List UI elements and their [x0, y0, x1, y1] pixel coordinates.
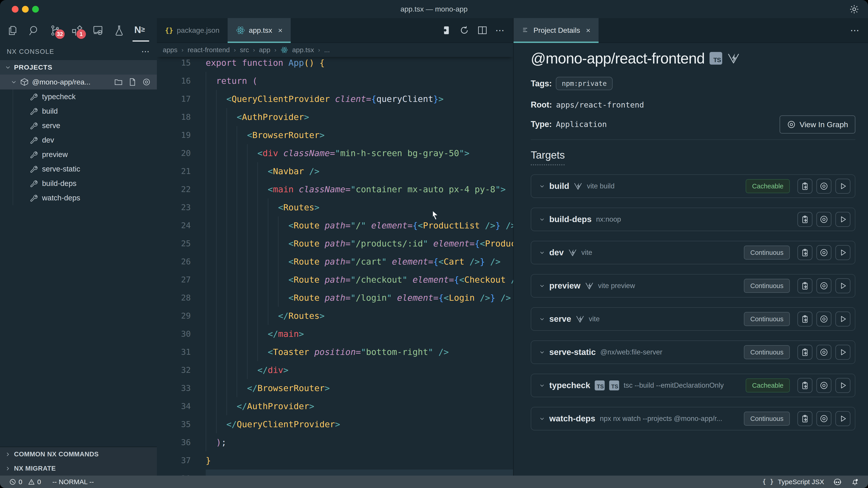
target-card-serve-static[interactable]: serve-static @nx/web:file-server Continu… [531, 340, 855, 364]
close-icon[interactable]: × [586, 26, 590, 35]
chevron-down-icon[interactable] [539, 217, 545, 222]
target-name: serve-static [549, 348, 596, 357]
view-in-graph-button[interactable] [816, 245, 831, 260]
problems-indicator[interactable]: 0 0 [9, 478, 41, 486]
language-mode[interactable]: { } TypeScript JSX [762, 478, 824, 486]
view-in-graph-button[interactable] [816, 179, 831, 194]
sidebar-item-watch-deps[interactable]: watch-deps [0, 191, 157, 205]
explorer-icon[interactable] [7, 24, 19, 37]
copy-button[interactable] [798, 345, 812, 360]
more-actions-icon[interactable]: ⋯ [850, 25, 860, 35]
target-card-typecheck[interactable]: typecheck TS TS tsc --build --emitDeclar… [531, 374, 855, 397]
run-target-button[interactable] [835, 245, 850, 260]
sidebar-item-typecheck[interactable]: typecheck [0, 90, 157, 104]
run-target-button[interactable] [835, 312, 850, 326]
tab-project-details[interactable]: Project Details × [514, 18, 598, 42]
target-card-build[interactable]: build vite build Cacheable [531, 174, 855, 198]
nx-console-icon[interactable]: N≥ [134, 24, 145, 37]
gear-icon[interactable] [849, 4, 860, 14]
sidebar-item-serve[interactable]: serve [0, 119, 157, 133]
vim-mode-indicator[interactable]: -- NORMAL -- [52, 478, 94, 486]
bell-icon[interactable] [851, 478, 859, 486]
remote-explorer-icon[interactable] [92, 24, 104, 37]
run-target-button[interactable] [835, 179, 850, 194]
testing-icon[interactable] [113, 24, 125, 37]
view-in-graph-button[interactable] [816, 212, 831, 227]
view-in-graph-button[interactable] [816, 278, 831, 293]
split-editor-icon[interactable] [477, 25, 488, 35]
line-number: 36 [157, 433, 191, 451]
run-in-side-panel-icon[interactable] [441, 25, 452, 35]
view-in-graph-button[interactable] [816, 345, 831, 360]
target-card-build-deps[interactable]: build-deps nx:noop [531, 207, 855, 231]
copy-button[interactable] [798, 245, 812, 260]
line-number: 19 [157, 126, 191, 144]
errors-icon [9, 478, 16, 486]
chevron-down-icon[interactable] [539, 250, 545, 255]
run-icon [838, 182, 847, 191]
section-nx-migrate[interactable]: NX MIGRATE [0, 461, 157, 476]
chevron-down-icon[interactable] [539, 416, 545, 421]
copy-button[interactable] [798, 278, 812, 293]
extensions-icon[interactable]: 1 [70, 24, 83, 37]
project-row[interactable]: @mono-app/rea... [0, 74, 157, 90]
code-line: 16return ( [157, 72, 513, 90]
chevron-down-icon[interactable] [539, 316, 545, 322]
view-in-graph-button[interactable] [816, 411, 831, 426]
copy-button[interactable] [798, 212, 812, 227]
copy-button[interactable] [798, 378, 812, 393]
close-icon[interactable]: × [278, 26, 283, 35]
refresh-icon[interactable] [459, 25, 469, 35]
project-title: @mono-app/react-frontend [531, 50, 705, 67]
code-line: 20<div className="min-h-screen bg-gray-5… [157, 144, 513, 162]
copilot-icon[interactable] [833, 478, 842, 486]
tab-package-json[interactable]: {} package.json [157, 18, 228, 42]
run-target-button[interactable] [835, 378, 850, 393]
open-file-icon[interactable] [128, 77, 137, 87]
chevron-down-icon[interactable] [539, 383, 545, 388]
view-in-graph-button[interactable] [816, 378, 831, 393]
editor[interactable]: apps› react-frontend› src› app› app.tsx›… [157, 43, 513, 476]
view-in-graph-button[interactable] [816, 312, 831, 326]
section-common-nx-commands[interactable]: COMMON NX COMMANDS [0, 447, 157, 461]
target-card-dev[interactable]: dev vite Continuous [531, 241, 855, 264]
sidebar-item-build[interactable]: build [0, 104, 157, 119]
targets-list: build vite build Cacheable [531, 174, 855, 430]
target-card-serve[interactable]: serve vite Continuous [531, 307, 855, 331]
tab-app-tsx[interactable]: app.tsx × [228, 18, 291, 42]
chevron-down-icon [11, 79, 17, 85]
sidebar-item-build-deps[interactable]: build-deps [0, 176, 157, 191]
sidebar-bottom-sections: COMMON NX COMMANDS NX MIGRATE [0, 447, 157, 476]
targets-heading: Targets [531, 149, 565, 161]
target-icon[interactable] [142, 77, 151, 87]
more-actions-icon[interactable]: ⋯ [141, 47, 150, 56]
target-card-preview[interactable]: preview vite preview Continuous [531, 274, 855, 297]
more-actions-icon[interactable]: ⋯ [495, 25, 505, 35]
breadcrumb[interactable]: apps› react-frontend› src› app› app.tsx›… [157, 43, 513, 57]
code-lines[interactable]: 15export function App() {16return (17<Qu… [157, 54, 513, 476]
code-line: 28<Route path="/login" element={<Login /… [157, 289, 513, 307]
view-in-graph-button[interactable]: View In Graph [780, 116, 855, 133]
copy-button[interactable] [798, 312, 812, 326]
source-control-icon[interactable]: 32 [49, 24, 61, 37]
run-target-button[interactable] [835, 278, 850, 293]
sidebar-item-preview[interactable]: preview [0, 147, 157, 162]
chevron-down-icon[interactable] [539, 184, 545, 189]
target-name: build [549, 182, 569, 191]
line-number: 31 [157, 343, 191, 361]
chevron-down-icon[interactable] [539, 283, 545, 289]
copy-button[interactable] [798, 411, 812, 426]
json-braces-icon: {} [165, 26, 173, 34]
list-icon [522, 26, 530, 34]
chevron-down-icon[interactable] [539, 350, 545, 355]
run-target-button[interactable] [835, 345, 850, 360]
copy-button[interactable] [798, 179, 812, 194]
target-card-watch-deps[interactable]: watch-deps npx nx watch --projects @mono… [531, 407, 855, 430]
sidebar-item-dev[interactable]: dev [0, 133, 157, 147]
folder-icon[interactable] [114, 77, 123, 87]
sidebar-item-serve-static[interactable]: serve-static [0, 162, 157, 176]
run-target-button[interactable] [835, 411, 850, 426]
search-icon[interactable] [28, 24, 40, 37]
projects-section-header[interactable]: PROJECTS [0, 60, 157, 74]
run-target-button[interactable] [835, 212, 850, 227]
